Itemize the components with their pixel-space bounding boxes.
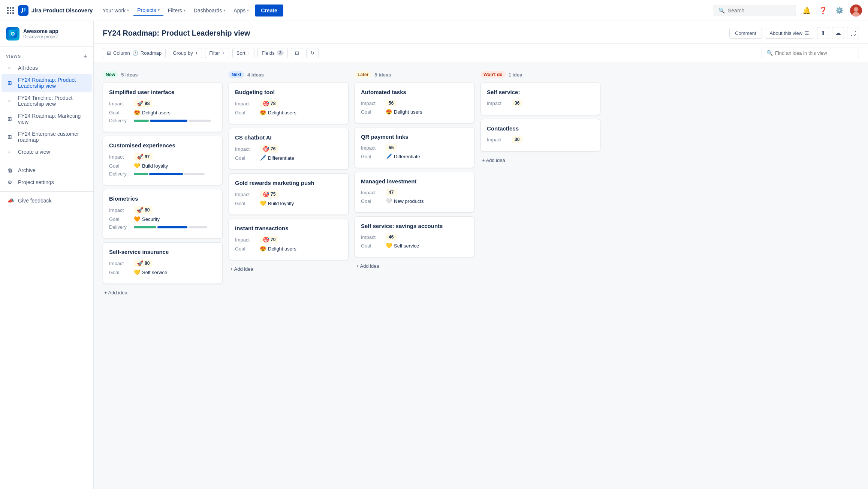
goal-value: 💛 Build loyalty xyxy=(260,200,294,206)
groupby-btn[interactable]: Group by + xyxy=(169,48,202,58)
column-count-wont: 1 idea xyxy=(509,72,522,78)
cards-list-later: Automated tasks Impact 56 Goal 😍 Delight… xyxy=(355,82,474,257)
bar-gray xyxy=(184,173,205,175)
add-idea-button[interactable]: + Add idea xyxy=(480,154,600,166)
svg-rect-0 xyxy=(7,7,9,9)
idea-card[interactable]: Self service: Impact 36 xyxy=(480,82,600,115)
impact-field: Impact 🚀 80 xyxy=(109,206,216,214)
impact-badge: 🚀 80 xyxy=(134,260,153,267)
sidebar-item-archive[interactable]: 🗑 Archive xyxy=(1,164,92,176)
sort-btn[interactable]: Sort + xyxy=(232,48,254,58)
column-badge-now: Now xyxy=(103,71,118,78)
help-button[interactable]: ❓ xyxy=(817,4,829,16)
cloud-button[interactable]: ☁ xyxy=(832,27,844,39)
card-title: CS chatbot AI xyxy=(235,134,342,141)
goal-field: Goal 😍 Delight users xyxy=(235,246,342,252)
impact-value: 30 xyxy=(515,137,519,142)
sidebar-item-fy24-enterprise[interactable]: ⊞ FY24 Enterprise customer roadmap xyxy=(1,128,92,146)
goal-text: Build loyalty xyxy=(142,163,168,169)
goal-emoji: 💛 xyxy=(134,163,140,169)
nav-apps[interactable]: Apps ▾ xyxy=(230,5,253,16)
delivery-field: Delivery xyxy=(109,224,216,230)
impact-badge: 🎯 70 xyxy=(260,236,278,243)
svg-rect-3 xyxy=(7,10,9,11)
card-title: Automated tasks xyxy=(361,89,468,95)
impact-value: 46 xyxy=(389,234,394,240)
goal-field: Goal 🖊️ Differentiate xyxy=(235,155,342,161)
sidebar-item-create-view[interactable]: + Create a view xyxy=(1,146,92,158)
add-idea-button[interactable]: + Add idea xyxy=(355,260,474,272)
toolbar-search-input[interactable] xyxy=(775,50,854,56)
goal-value: 🧡 Security xyxy=(134,216,160,222)
search-box[interactable]: 🔍 xyxy=(714,5,796,16)
page-header: FY24 Roadmap: Product Leadership view Co… xyxy=(94,21,868,44)
sidebar-item-fy24-timeline-leadership[interactable]: ≡ FY24 Timeline: Product Leadership view xyxy=(1,92,92,110)
timeline-icon: ≡ xyxy=(7,98,14,104)
impact-badge: 55 xyxy=(386,144,397,151)
goal-value: 😍 Delight users xyxy=(260,246,296,252)
add-view-icon[interactable]: + xyxy=(84,53,87,60)
refresh-btn[interactable]: ↻ xyxy=(306,48,319,58)
impact-value: 98 xyxy=(145,101,150,106)
impact-badge: 🚀 98 xyxy=(134,100,153,107)
goal-emoji: 🖊️ xyxy=(260,155,266,161)
fields-btn[interactable]: Fields 3 xyxy=(257,48,288,58)
page-title: FY24 Roadmap: Product Leadership view xyxy=(103,29,250,38)
impact-value: 56 xyxy=(389,100,394,106)
sidebar-item-all-ideas[interactable]: ≡ All ideas xyxy=(1,62,92,74)
impact-badge: 🎯 76 xyxy=(260,145,278,153)
nav-filters[interactable]: Filters ▾ xyxy=(164,5,189,16)
impact-value: 70 xyxy=(271,237,275,242)
add-idea-button[interactable]: + Add idea xyxy=(103,287,223,298)
sidebar-item-feedback[interactable]: 📣 Give feedback xyxy=(1,195,92,207)
idea-card[interactable]: Self service: savings accounts Impact 46… xyxy=(355,216,474,257)
idea-card[interactable]: Self-service insurance Impact 🚀 80 Goal … xyxy=(103,242,223,284)
column-wont: Won't do 1 idea Self service: Impact 36 … xyxy=(480,68,600,166)
idea-card[interactable]: Automated tasks Impact 56 Goal 😍 Delight… xyxy=(355,82,474,123)
app-grid-icon[interactable] xyxy=(6,6,15,15)
create-button[interactable]: Create xyxy=(255,4,283,16)
impact-badge: 47 xyxy=(386,189,397,196)
idea-card[interactable]: Budgeting tool Impact 🎯 78 Goal 😍 Deligh… xyxy=(229,82,349,124)
toolbar: ⊞ Column 🕐 Roadmap Group by + Filter + S… xyxy=(94,44,868,62)
sidebar-item-settings[interactable]: ⚙ Project settings xyxy=(1,176,92,188)
idea-card[interactable]: Contactless Impact 30 xyxy=(480,119,600,152)
idea-card[interactable]: Simplified user interface Impact 🚀 98 Go… xyxy=(103,82,223,132)
card-title: Budgeting tool xyxy=(235,89,342,95)
about-view-button[interactable]: About this view ☰ xyxy=(765,28,814,39)
goal-field: Goal 💛 Build loyalty xyxy=(109,163,216,169)
nav-your-work[interactable]: Your work ▾ xyxy=(99,5,133,16)
nav-projects[interactable]: Projects ▾ xyxy=(133,5,163,16)
idea-card[interactable]: CS chatbot AI Impact 🎯 76 Goal 🖊️ Differ… xyxy=(229,128,349,170)
fullscreen-button[interactable]: ⛶ xyxy=(847,27,859,39)
goal-emoji: 😍 xyxy=(260,110,266,116)
toolbar-search[interactable]: 🔍 xyxy=(762,48,859,58)
avatar[interactable] xyxy=(850,4,862,16)
idea-card[interactable]: QR payment links Impact 55 Goal 🖊️ Diffe… xyxy=(355,127,474,168)
nav-dashboards[interactable]: Dashboards ▾ xyxy=(190,5,229,16)
search-input[interactable] xyxy=(728,8,791,14)
display-btn[interactable]: ⊡ xyxy=(291,48,303,58)
sidebar-divider xyxy=(0,161,93,161)
settings-button[interactable]: ⚙️ xyxy=(834,4,846,16)
idea-card[interactable]: Gold rewards marketing push Impact 🎯 75 … xyxy=(229,173,349,215)
goal-value: 😍 Delight users xyxy=(134,110,171,116)
idea-card[interactable]: Instant transactions Impact 🎯 70 Goal 😍 … xyxy=(229,219,349,260)
sidebar-item-fy24-roadmap-leadership[interactable]: ⊞ FY24 Roadmap: Product Leadership view xyxy=(1,74,92,92)
card-title: Customised experiences xyxy=(109,142,216,148)
goal-emoji: 🖊️ xyxy=(386,153,392,159)
idea-card[interactable]: Customised experiences Impact 🚀 97 Goal … xyxy=(103,136,223,185)
card-title: Contactless xyxy=(487,125,594,132)
impact-icon: 🎯 xyxy=(263,100,269,106)
add-idea-button[interactable]: + Add idea xyxy=(229,263,349,275)
idea-card[interactable]: Managed investment Impact 47 Goal 🤍 New … xyxy=(355,172,474,213)
idea-card[interactable]: Biometrics Impact 🚀 80 Goal 🧡 Security D… xyxy=(103,189,223,238)
filter-btn[interactable]: Filter + xyxy=(205,48,229,58)
clock-icon: 🕐 xyxy=(132,50,138,56)
notifications-button[interactable]: 🔔 xyxy=(801,4,813,16)
sidebar-item-fy24-roadmap-marketing[interactable]: ⊞ FY24 Roadmap: Marketing view xyxy=(1,110,92,128)
board-icon-2: ⊞ xyxy=(7,116,14,122)
column-btn[interactable]: ⊞ Column 🕐 Roadmap xyxy=(103,48,166,58)
share-button[interactable]: ⬆ xyxy=(817,27,829,39)
comment-button[interactable]: Comment xyxy=(729,28,762,39)
